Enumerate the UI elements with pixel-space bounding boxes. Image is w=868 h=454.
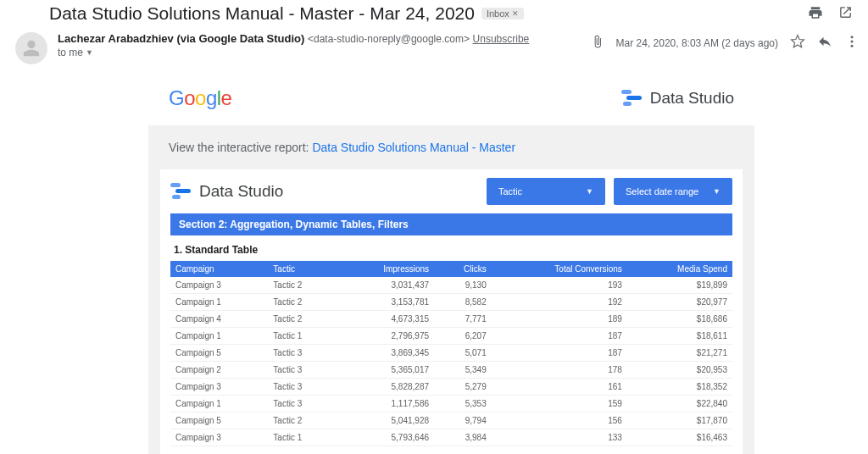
- col-header: Media Spend: [627, 261, 732, 277]
- datastudio-brand: Data Studio: [621, 89, 734, 108]
- table-row: Campaign 5Tactic 25,041,9289,794156$17,8…: [170, 412, 732, 429]
- open-new-window-icon[interactable]: [838, 5, 853, 23]
- table-row: Campaign 2Tactic 35,365,0175,349178$20,9…: [170, 362, 732, 379]
- report-link[interactable]: Data Studio Solutions Manual - Master: [312, 141, 515, 154]
- datastudio-icon: [621, 90, 643, 107]
- reply-icon[interactable]: [817, 34, 832, 52]
- sender-email: <data-studio-noreply@google.com>: [308, 33, 470, 45]
- card-header: Google Data Studio: [148, 71, 754, 125]
- date-range-dropdown[interactable]: Select date range▼: [614, 178, 732, 205]
- datastudio-card: Google Data Studio View the interactive …: [148, 71, 754, 454]
- meta-right: Mar 24, 2020, 8:03 AM (2 days ago): [591, 32, 860, 52]
- inbox-chip[interactable]: Inbox✕: [481, 8, 524, 19]
- svg-point-2: [851, 45, 854, 47]
- sender-block: Lachezar Arabadzhiev (via Google Data St…: [58, 32, 581, 58]
- subject-line: Data Studio Solutions Manual - Master - …: [49, 3, 524, 24]
- table-row: Campaign 3Tactic 15,793,6463,984133$16,4…: [170, 429, 732, 446]
- col-header: Total Conversions: [492, 261, 627, 277]
- avatar: [15, 32, 47, 64]
- more-icon[interactable]: [844, 34, 860, 52]
- table-title: 1. Standard Table: [170, 235, 732, 261]
- star-icon[interactable]: [790, 34, 805, 52]
- table-row: Campaign 1Tactic 31,117,5865,353159$22,8…: [170, 396, 732, 412]
- print-icon[interactable]: [808, 5, 823, 23]
- table-row: Campaign 1Tactic 12,796,9756,207187$18,6…: [170, 328, 732, 345]
- chevron-down-icon: ▼: [586, 187, 593, 196]
- recipient-line[interactable]: to me ▼: [58, 47, 581, 58]
- table-row: Campaign 3Tactic 23,031,4379,130193$19,8…: [170, 277, 732, 294]
- standard-table: CampaignTacticImpressionsClicksTotal Con…: [170, 261, 732, 446]
- col-header: Tactic: [268, 261, 336, 277]
- subject-text: Data Studio Solutions Manual - Master - …: [49, 3, 475, 24]
- recipient-caret-icon: ▼: [86, 48, 93, 57]
- datastudio-icon: [170, 183, 192, 200]
- unsubscribe-link[interactable]: Unsubscribe: [473, 33, 530, 45]
- chevron-down-icon: ▼: [713, 187, 721, 196]
- sender-name: Lachezar Arabadzhiev (via Google Data St…: [58, 32, 304, 45]
- chip-close-icon[interactable]: ✕: [512, 9, 519, 18]
- tactic-dropdown[interactable]: Tactic▼: [487, 178, 605, 205]
- col-header: Impressions: [337, 261, 434, 277]
- message-meta: Lachezar Arabadzhiev (via Google Data St…: [0, 25, 868, 71]
- gmail-header: Data Studio Solutions Manual - Master - …: [0, 0, 868, 25]
- report-preview: Data Studio Tactic▼ Select date range▼ S…: [160, 169, 743, 454]
- svg-point-0: [851, 36, 854, 38]
- table-row: Campaign 4Tactic 24,673,3157,771189$18,6…: [170, 311, 732, 328]
- report-title: Data Studio: [170, 182, 283, 201]
- email-body: Google Data Studio View the interactive …: [0, 71, 868, 454]
- intro-line: View the interactive report: Data Studio…: [148, 125, 754, 169]
- header-actions: [808, 5, 860, 23]
- attachment-icon: [591, 35, 604, 51]
- col-header: Clicks: [434, 261, 492, 277]
- col-header: Campaign: [170, 261, 268, 277]
- section-header: Section 2: Aggregation, Dynamic Tables, …: [170, 213, 732, 235]
- table-row: Campaign 1Tactic 23,153,7818,582192$20,9…: [170, 294, 732, 311]
- svg-point-1: [851, 41, 854, 43]
- google-logo: Google: [169, 86, 231, 110]
- table-row: Campaign 3Tactic 35,828,2875,279161$18,3…: [170, 379, 732, 396]
- table-row: Campaign 5Tactic 33,869,3455,071187$21,2…: [170, 345, 732, 362]
- timestamp: Mar 24, 2020, 8:03 AM (2 days ago): [616, 37, 778, 49]
